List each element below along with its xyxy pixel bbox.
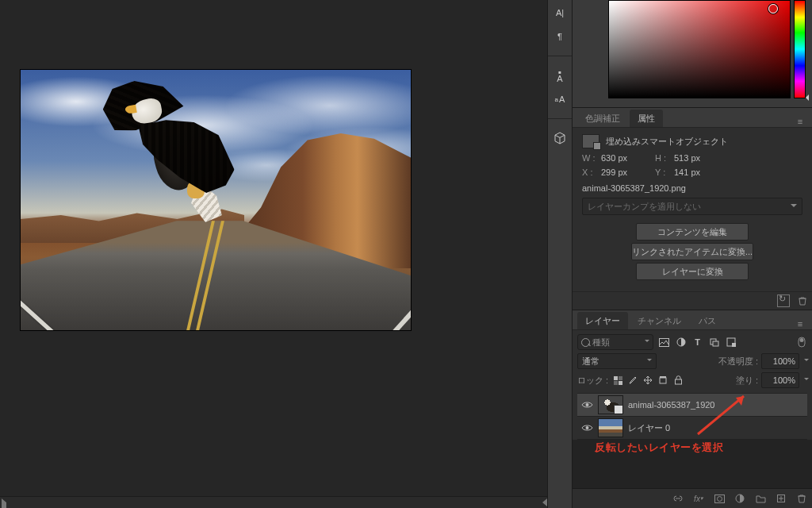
document-image[interactable] bbox=[21, 70, 411, 330]
svg-rect-14 bbox=[675, 379, 681, 384]
width-label: W : bbox=[582, 153, 596, 163]
opacity-label: 不透明度 : bbox=[718, 356, 758, 368]
layer-name[interactable]: レイヤー 0 bbox=[628, 422, 670, 434]
filter-image-icon[interactable] bbox=[658, 337, 670, 348]
right-panels: 色調補正 属性 ≡ 埋め込みスマートオブジェクト W :630 px H :51… bbox=[572, 0, 812, 508]
mask-icon[interactable] bbox=[714, 493, 725, 504]
layer-filter-select[interactable]: 種類 bbox=[577, 334, 653, 350]
glyph-a-sub-icon[interactable]: aA bbox=[551, 91, 569, 107]
lock-all-icon[interactable] bbox=[672, 375, 684, 386]
filter-toggle[interactable] bbox=[795, 337, 807, 348]
convert-layer-button[interactable]: レイヤーに変換 bbox=[636, 263, 749, 280]
vertical-toolbar: A| ¶ ■A aA bbox=[547, 0, 573, 508]
edit-contents-button[interactable]: コンテンツを編集 bbox=[636, 223, 749, 241]
annotation-text: 反転したいレイヤーを選択 bbox=[595, 441, 723, 455]
opacity-field[interactable]: 100% bbox=[761, 353, 799, 369]
fx-icon[interactable]: fx▾ bbox=[693, 493, 704, 504]
tab-layers[interactable]: レイヤー bbox=[577, 312, 628, 329]
canvas-area[interactable] bbox=[0, 0, 549, 508]
blend-mode-select[interactable]: 通常 bbox=[577, 353, 657, 369]
svg-point-16 bbox=[585, 426, 588, 429]
height-label: H : bbox=[655, 153, 669, 163]
horizontal-scrollbar[interactable] bbox=[0, 496, 549, 508]
layers-footer: fx▾ bbox=[573, 488, 812, 508]
panel-menu-icon[interactable]: ≡ bbox=[795, 116, 806, 127]
reset-icon[interactable] bbox=[777, 294, 790, 307]
svg-point-15 bbox=[585, 403, 588, 406]
adjustment-icon[interactable] bbox=[734, 493, 745, 504]
fill-label: 塗り : bbox=[736, 375, 758, 387]
y-label: Y : bbox=[655, 167, 669, 177]
layer-comp-select[interactable]: レイヤーカンプを適用しない bbox=[582, 198, 802, 215]
filter-type-icon[interactable]: T bbox=[691, 337, 703, 348]
group-icon[interactable] bbox=[755, 493, 766, 504]
svg-rect-9 bbox=[619, 376, 622, 380]
svg-rect-5 bbox=[732, 343, 736, 347]
cube-3d-icon[interactable] bbox=[551, 130, 569, 146]
convert-linked-button[interactable]: リンクされたアイテムに変換... bbox=[631, 243, 753, 260]
glyph-a-dot-icon[interactable]: ■A bbox=[551, 67, 569, 83]
layer-thumbnail[interactable] bbox=[598, 395, 623, 414]
tab-color-correction[interactable]: 色調補正 bbox=[577, 110, 628, 127]
annotation-arrow bbox=[691, 390, 755, 439]
search-icon bbox=[581, 338, 590, 347]
lock-artboard-icon[interactable] bbox=[657, 375, 668, 386]
svg-rect-13 bbox=[660, 376, 666, 378]
x-value[interactable]: 299 px bbox=[601, 167, 638, 177]
filter-adjust-icon[interactable] bbox=[675, 337, 687, 348]
hue-slider[interactable] bbox=[794, 0, 806, 98]
fill-field[interactable]: 100% bbox=[761, 372, 799, 388]
filter-shape-icon[interactable] bbox=[708, 337, 720, 348]
tab-channels[interactable]: チャンネル bbox=[630, 312, 689, 329]
svg-rect-3 bbox=[713, 341, 718, 346]
lock-label: ロック : bbox=[577, 375, 608, 387]
layers-panel-menu-icon[interactable]: ≡ bbox=[795, 318, 806, 329]
layers-empty-area: 反転したいレイヤーを選択 bbox=[573, 440, 812, 488]
svg-point-20 bbox=[717, 496, 722, 501]
svg-rect-8 bbox=[614, 376, 618, 380]
properties-panel: 色調補正 属性 ≡ 埋め込みスマートオブジェクト W :630 px H :51… bbox=[573, 108, 812, 310]
delete-layer-icon[interactable] bbox=[796, 493, 807, 504]
svg-rect-12 bbox=[660, 378, 666, 383]
visibility-toggle[interactable] bbox=[580, 398, 593, 411]
color-picker-panel bbox=[573, 0, 812, 108]
new-layer-icon[interactable] bbox=[776, 493, 787, 504]
link-layers-icon[interactable] bbox=[672, 493, 684, 504]
properties-title: 埋め込みスマートオブジェクト bbox=[606, 136, 728, 148]
svg-rect-10 bbox=[614, 381, 618, 385]
layer-thumbnail[interactable] bbox=[598, 418, 623, 437]
lock-pixels-icon[interactable] bbox=[612, 375, 623, 386]
svg-rect-11 bbox=[619, 381, 622, 385]
tab-paths[interactable]: パス bbox=[691, 312, 724, 329]
trash-icon[interactable] bbox=[798, 296, 807, 306]
character-a-icon[interactable]: A| bbox=[551, 5, 569, 21]
height-value[interactable]: 513 px bbox=[674, 153, 710, 163]
svg-point-7 bbox=[799, 338, 803, 342]
paragraph-icon[interactable]: ¶ bbox=[551, 29, 569, 44]
tab-attributes[interactable]: 属性 bbox=[630, 110, 663, 127]
smart-object-icon bbox=[582, 134, 599, 148]
y-value[interactable]: 141 px bbox=[674, 167, 710, 177]
x-label: X : bbox=[582, 167, 596, 177]
lock-position-icon[interactable] bbox=[642, 375, 653, 386]
filter-smart-icon[interactable] bbox=[725, 337, 737, 348]
lock-brush-icon[interactable] bbox=[627, 375, 638, 386]
visibility-toggle[interactable] bbox=[580, 421, 593, 434]
source-filename: animal-3065387_1920.png bbox=[582, 183, 802, 193]
svg-line-17 bbox=[698, 396, 744, 434]
color-cursor bbox=[768, 4, 778, 13]
color-field[interactable] bbox=[608, 0, 791, 98]
eagle-graphic bbox=[100, 79, 243, 238]
layers-panel: レイヤー チャンネル パス ≡ 種類 T 通常 不透明度 : bbox=[573, 310, 812, 508]
width-value[interactable]: 630 px bbox=[601, 153, 638, 163]
